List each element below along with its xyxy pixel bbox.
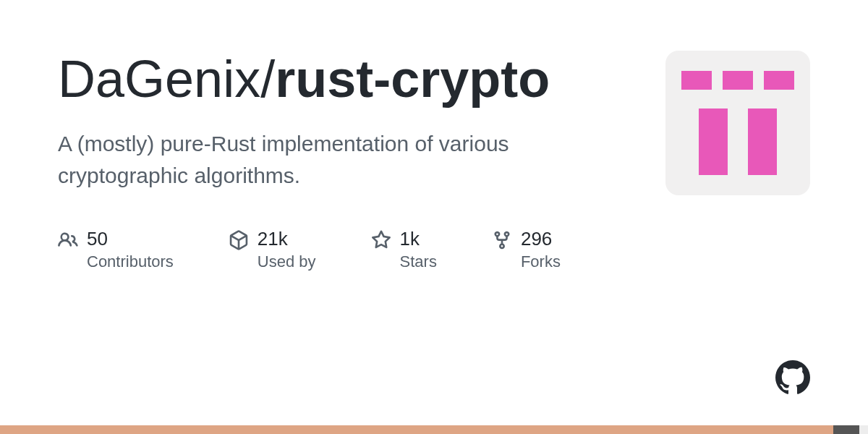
repo-description: A (mostly) pure-Rust implementation of v…	[58, 128, 622, 191]
repo-name[interactable]: rust-crypto	[275, 50, 550, 108]
stat-label: Forks	[521, 252, 561, 271]
stat-label: Contributors	[87, 252, 174, 271]
stat-value: 1k	[400, 229, 437, 250]
github-logo-icon[interactable]	[775, 360, 810, 398]
lang-other	[859, 425, 868, 434]
stat-used-by[interactable]: 21k Used by	[229, 229, 316, 271]
stat-value: 21k	[258, 229, 316, 250]
lang-c	[833, 425, 859, 434]
stat-value: 50	[87, 229, 174, 250]
package-icon	[229, 229, 249, 253]
repo-stats: 50 Contributors 21k Used by 1k Stars	[58, 229, 810, 271]
lang-rust	[0, 425, 833, 434]
repo-owner[interactable]: DaGenix	[58, 50, 260, 108]
language-bar	[0, 425, 868, 434]
star-icon	[371, 229, 391, 253]
stat-label: Stars	[400, 252, 437, 271]
repo-title: DaGenix/rust-crypto	[58, 51, 579, 108]
repo-avatar	[665, 51, 810, 195]
people-icon	[58, 229, 78, 253]
stat-forks[interactable]: 296 Forks	[492, 229, 561, 271]
stat-contributors[interactable]: 50 Contributors	[58, 229, 174, 271]
fork-icon	[492, 229, 512, 253]
stat-value: 296	[521, 229, 561, 250]
stat-label: Used by	[258, 252, 316, 271]
stat-stars[interactable]: 1k Stars	[371, 229, 437, 271]
